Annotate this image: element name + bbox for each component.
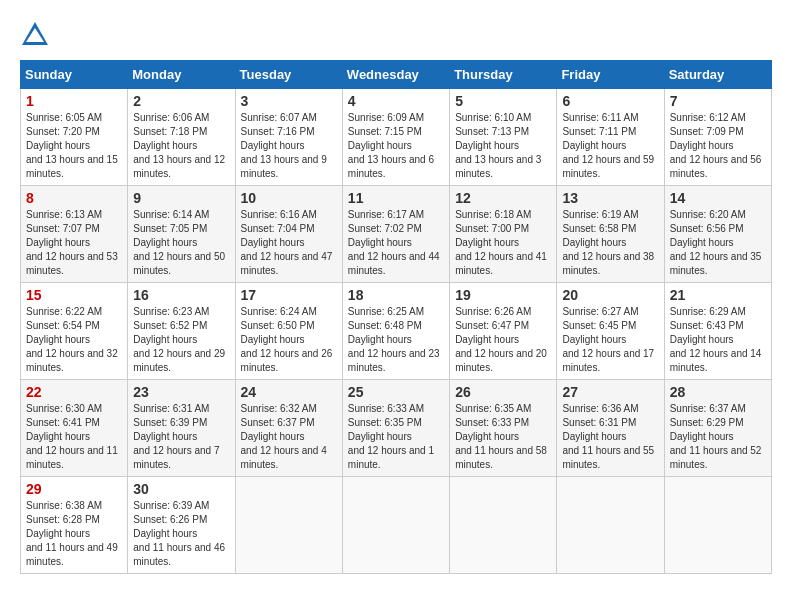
- day-content: Sunrise: 6:35 AM Sunset: 6:33 PM Dayligh…: [455, 402, 551, 472]
- day-number: 25: [348, 384, 444, 400]
- calendar-cell: 24 Sunrise: 6:32 AM Sunset: 6:37 PM Dayl…: [235, 380, 342, 477]
- column-header-tuesday: Tuesday: [235, 61, 342, 89]
- calendar-table: SundayMondayTuesdayWednesdayThursdayFrid…: [20, 60, 772, 574]
- calendar-cell: 12 Sunrise: 6:18 AM Sunset: 7:00 PM Dayl…: [450, 186, 557, 283]
- day-content: Sunrise: 6:31 AM Sunset: 6:39 PM Dayligh…: [133, 402, 229, 472]
- day-number: 27: [562, 384, 658, 400]
- day-content: Sunrise: 6:29 AM Sunset: 6:43 PM Dayligh…: [670, 305, 766, 375]
- calendar-cell: 11 Sunrise: 6:17 AM Sunset: 7:02 PM Dayl…: [342, 186, 449, 283]
- calendar-week-row: 8 Sunrise: 6:13 AM Sunset: 7:07 PM Dayli…: [21, 186, 772, 283]
- calendar-cell: 30 Sunrise: 6:39 AM Sunset: 6:26 PM Dayl…: [128, 477, 235, 574]
- day-number: 28: [670, 384, 766, 400]
- day-content: Sunrise: 6:30 AM Sunset: 6:41 PM Dayligh…: [26, 402, 122, 472]
- calendar-cell: 9 Sunrise: 6:14 AM Sunset: 7:05 PM Dayli…: [128, 186, 235, 283]
- day-number: 9: [133, 190, 229, 206]
- day-content: Sunrise: 6:23 AM Sunset: 6:52 PM Dayligh…: [133, 305, 229, 375]
- calendar-cell: 20 Sunrise: 6:27 AM Sunset: 6:45 PM Dayl…: [557, 283, 664, 380]
- calendar-cell: [664, 477, 771, 574]
- day-content: Sunrise: 6:12 AM Sunset: 7:09 PM Dayligh…: [670, 111, 766, 181]
- day-number: 23: [133, 384, 229, 400]
- column-header-wednesday: Wednesday: [342, 61, 449, 89]
- day-content: Sunrise: 6:25 AM Sunset: 6:48 PM Dayligh…: [348, 305, 444, 375]
- day-content: Sunrise: 6:36 AM Sunset: 6:31 PM Dayligh…: [562, 402, 658, 472]
- day-content: Sunrise: 6:33 AM Sunset: 6:35 PM Dayligh…: [348, 402, 444, 472]
- calendar-cell: 8 Sunrise: 6:13 AM Sunset: 7:07 PM Dayli…: [21, 186, 128, 283]
- page-header: [20, 20, 772, 50]
- calendar-cell: 17 Sunrise: 6:24 AM Sunset: 6:50 PM Dayl…: [235, 283, 342, 380]
- calendar-cell: 7 Sunrise: 6:12 AM Sunset: 7:09 PM Dayli…: [664, 89, 771, 186]
- calendar-cell: [342, 477, 449, 574]
- column-header-saturday: Saturday: [664, 61, 771, 89]
- calendar-cell: [557, 477, 664, 574]
- logo: [20, 20, 56, 50]
- day-content: Sunrise: 6:18 AM Sunset: 7:00 PM Dayligh…: [455, 208, 551, 278]
- day-number: 24: [241, 384, 337, 400]
- calendar-header-row: SundayMondayTuesdayWednesdayThursdayFrid…: [21, 61, 772, 89]
- day-content: Sunrise: 6:17 AM Sunset: 7:02 PM Dayligh…: [348, 208, 444, 278]
- day-number: 29: [26, 481, 122, 497]
- calendar-cell: 13 Sunrise: 6:19 AM Sunset: 6:58 PM Dayl…: [557, 186, 664, 283]
- calendar-cell: 6 Sunrise: 6:11 AM Sunset: 7:11 PM Dayli…: [557, 89, 664, 186]
- day-number: 12: [455, 190, 551, 206]
- day-content: Sunrise: 6:19 AM Sunset: 6:58 PM Dayligh…: [562, 208, 658, 278]
- day-content: Sunrise: 6:11 AM Sunset: 7:11 PM Dayligh…: [562, 111, 658, 181]
- day-content: Sunrise: 6:09 AM Sunset: 7:15 PM Dayligh…: [348, 111, 444, 181]
- calendar-cell: 18 Sunrise: 6:25 AM Sunset: 6:48 PM Dayl…: [342, 283, 449, 380]
- calendar-week-row: 15 Sunrise: 6:22 AM Sunset: 6:54 PM Dayl…: [21, 283, 772, 380]
- day-content: Sunrise: 6:13 AM Sunset: 7:07 PM Dayligh…: [26, 208, 122, 278]
- day-number: 22: [26, 384, 122, 400]
- day-content: Sunrise: 6:10 AM Sunset: 7:13 PM Dayligh…: [455, 111, 551, 181]
- day-content: Sunrise: 6:39 AM Sunset: 6:26 PM Dayligh…: [133, 499, 229, 569]
- day-number: 2: [133, 93, 229, 109]
- day-content: Sunrise: 6:06 AM Sunset: 7:18 PM Dayligh…: [133, 111, 229, 181]
- day-number: 21: [670, 287, 766, 303]
- calendar-week-row: 22 Sunrise: 6:30 AM Sunset: 6:41 PM Dayl…: [21, 380, 772, 477]
- day-number: 8: [26, 190, 122, 206]
- calendar-cell: 28 Sunrise: 6:37 AM Sunset: 6:29 PM Dayl…: [664, 380, 771, 477]
- column-header-friday: Friday: [557, 61, 664, 89]
- column-header-thursday: Thursday: [450, 61, 557, 89]
- calendar-cell: 23 Sunrise: 6:31 AM Sunset: 6:39 PM Dayl…: [128, 380, 235, 477]
- day-number: 20: [562, 287, 658, 303]
- logo-icon: [20, 20, 50, 50]
- day-content: Sunrise: 6:16 AM Sunset: 7:04 PM Dayligh…: [241, 208, 337, 278]
- calendar-cell: 29 Sunrise: 6:38 AM Sunset: 6:28 PM Dayl…: [21, 477, 128, 574]
- day-content: Sunrise: 6:14 AM Sunset: 7:05 PM Dayligh…: [133, 208, 229, 278]
- day-number: 16: [133, 287, 229, 303]
- calendar-week-row: 1 Sunrise: 6:05 AM Sunset: 7:20 PM Dayli…: [21, 89, 772, 186]
- calendar-cell: 16 Sunrise: 6:23 AM Sunset: 6:52 PM Dayl…: [128, 283, 235, 380]
- day-number: 13: [562, 190, 658, 206]
- day-number: 6: [562, 93, 658, 109]
- calendar-week-row: 29 Sunrise: 6:38 AM Sunset: 6:28 PM Dayl…: [21, 477, 772, 574]
- calendar-cell: 14 Sunrise: 6:20 AM Sunset: 6:56 PM Dayl…: [664, 186, 771, 283]
- calendar-cell: 26 Sunrise: 6:35 AM Sunset: 6:33 PM Dayl…: [450, 380, 557, 477]
- calendar-cell: 10 Sunrise: 6:16 AM Sunset: 7:04 PM Dayl…: [235, 186, 342, 283]
- day-number: 17: [241, 287, 337, 303]
- calendar-cell: 2 Sunrise: 6:06 AM Sunset: 7:18 PM Dayli…: [128, 89, 235, 186]
- calendar-cell: 3 Sunrise: 6:07 AM Sunset: 7:16 PM Dayli…: [235, 89, 342, 186]
- calendar-cell: 5 Sunrise: 6:10 AM Sunset: 7:13 PM Dayli…: [450, 89, 557, 186]
- day-number: 7: [670, 93, 766, 109]
- day-content: Sunrise: 6:27 AM Sunset: 6:45 PM Dayligh…: [562, 305, 658, 375]
- column-header-monday: Monday: [128, 61, 235, 89]
- day-number: 19: [455, 287, 551, 303]
- day-content: Sunrise: 6:38 AM Sunset: 6:28 PM Dayligh…: [26, 499, 122, 569]
- day-number: 10: [241, 190, 337, 206]
- day-number: 3: [241, 93, 337, 109]
- calendar-cell: 27 Sunrise: 6:36 AM Sunset: 6:31 PM Dayl…: [557, 380, 664, 477]
- day-number: 5: [455, 93, 551, 109]
- day-number: 14: [670, 190, 766, 206]
- day-number: 26: [455, 384, 551, 400]
- day-content: Sunrise: 6:26 AM Sunset: 6:47 PM Dayligh…: [455, 305, 551, 375]
- column-header-sunday: Sunday: [21, 61, 128, 89]
- day-number: 30: [133, 481, 229, 497]
- day-number: 4: [348, 93, 444, 109]
- calendar-cell: [235, 477, 342, 574]
- calendar-cell: 19 Sunrise: 6:26 AM Sunset: 6:47 PM Dayl…: [450, 283, 557, 380]
- day-number: 18: [348, 287, 444, 303]
- day-content: Sunrise: 6:22 AM Sunset: 6:54 PM Dayligh…: [26, 305, 122, 375]
- day-content: Sunrise: 6:37 AM Sunset: 6:29 PM Dayligh…: [670, 402, 766, 472]
- day-number: 15: [26, 287, 122, 303]
- calendar-cell: 15 Sunrise: 6:22 AM Sunset: 6:54 PM Dayl…: [21, 283, 128, 380]
- calendar-cell: 25 Sunrise: 6:33 AM Sunset: 6:35 PM Dayl…: [342, 380, 449, 477]
